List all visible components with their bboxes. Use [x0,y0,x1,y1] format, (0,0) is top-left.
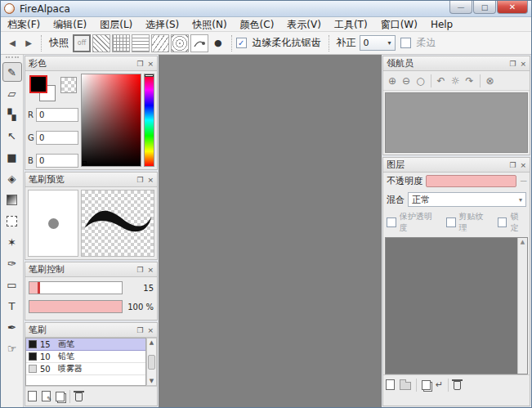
select-tool[interactable] [2,211,22,231]
soft-edge-checkbox[interactable] [400,38,411,48]
antialias-checkbox[interactable]: ✓ [236,38,247,48]
add-layer-button[interactable] [386,379,395,390]
red-input[interactable]: 0 [36,108,78,122]
scrollbar-thumb[interactable] [148,355,155,370]
float-panel-icon[interactable]: ❐ [509,161,516,169]
duplicate-layer-button[interactable] [422,380,431,390]
menu-layer[interactable]: 图层(L) [93,17,139,32]
text-tool[interactable]: T [2,296,22,316]
rotate-right-icon[interactable]: ↷ [465,75,473,87]
menu-color[interactable]: 颜色(C) [234,17,281,32]
gradient-tool[interactable] [2,190,22,209]
brush-size-slider[interactable] [29,281,123,294]
brush-item-airbrush[interactable]: 50 喷雾器 [26,363,145,375]
minimize-button[interactable]: — [449,1,472,14]
menu-edit[interactable]: 编辑(E) [47,17,93,32]
menu-help[interactable]: Help [424,17,459,32]
float-panel-icon[interactable]: ❐ [136,60,143,68]
navigator-preview[interactable] [385,92,528,153]
pen-tool[interactable]: ✎ [2,62,22,82]
bucket-tool[interactable]: ◈ [2,168,22,188]
correction-select[interactable]: 0 ▾ [360,35,396,51]
merge-layer-button[interactable]: ↵ [436,379,443,390]
brush-item-partial[interactable] [26,375,145,386]
scroll-up-icon[interactable]: ▲ [150,339,154,346]
move-tool[interactable]: ↖ [2,126,22,146]
snap-parallel-button[interactable] [92,34,110,52]
slider-thumb[interactable] [38,282,40,294]
delete-brush-button[interactable] [75,392,83,401]
brush-list-wrap: 15 画笔 10 铅笔 50 喷雾器 [25,338,157,386]
close-panel-icon[interactable]: × [147,266,154,274]
clipping-checkbox[interactable] [446,217,456,227]
brush-list-scrollbar[interactable]: ▲ ▼ [146,338,157,386]
opacity-slider[interactable] [426,175,516,187]
maximize-button[interactable]: □ [473,1,496,14]
close-button[interactable]: ✕ [497,1,528,14]
brush-item-pencil[interactable]: 10 铅笔 [26,351,145,363]
canvas-area[interactable] [159,55,382,407]
close-panel-icon[interactable]: × [520,161,526,169]
saturation-value-picker[interactable] [81,74,141,167]
brush-item-pen[interactable]: 15 画笔 [26,339,145,351]
eyedropper-tool[interactable]: ✒ [2,317,22,337]
rotate-left-icon[interactable]: ↶ [437,75,445,87]
lock-checkbox[interactable] [498,217,507,227]
float-panel-icon[interactable]: ❐ [136,176,143,184]
edit-brush-button[interactable]: ✎ [42,391,51,401]
menu-window[interactable]: 窗口(W) [374,17,424,32]
snap-point-icon[interactable]: ● [214,38,222,48]
menu-snapshot[interactable]: 快照(N) [186,17,233,32]
select-eraser-tool[interactable]: ▭ [2,275,22,294]
zoom-out-icon[interactable]: ⊖ [402,75,410,87]
redo-button[interactable]: ▶ [20,35,37,52]
undo-button[interactable]: ◀ [4,35,20,52]
snap-grid-button[interactable] [112,34,130,52]
snap-off-button[interactable]: off [73,34,91,52]
blend-mode-select[interactable]: 正常 ▾ [408,192,526,207]
close-panel-icon[interactable]: × [520,60,526,68]
layer-list-scrollbar[interactable]: ▲ [517,238,527,374]
blue-input[interactable]: 0 [36,154,78,168]
fill-tool[interactable]: ■ [2,147,22,167]
zoom-reset-icon[interactable]: ○ [416,75,424,87]
dot-tool[interactable]: ▚ [2,105,22,124]
protect-alpha-checkbox[interactable] [387,217,396,227]
transparent-color-swatch[interactable] [60,77,77,93]
brush-opacity-slider[interactable] [29,300,123,313]
layer-list[interactable]: ▲ [385,237,528,374]
float-panel-icon[interactable]: ❐ [509,60,516,68]
snap-vanishing-button[interactable] [151,34,169,52]
hue-cursor[interactable] [145,74,154,77]
snap-horizontal-button[interactable] [132,34,150,52]
toolstrip-grip[interactable] [6,56,19,60]
add-brush-button[interactable] [28,391,37,401]
hand-tool[interactable]: ☞ [2,339,22,358]
duplicate-brush-button[interactable] [56,392,65,401]
reset-rotation-icon[interactable]: ☼ [451,75,460,87]
magic-wand-tool[interactable]: ✶ [2,232,22,252]
menu-tool[interactable]: 工具(T) [328,17,374,32]
green-input[interactable]: 0 [36,131,78,145]
float-panel-icon[interactable]: ❐ [136,326,143,334]
scroll-down-icon[interactable]: ▼ [150,378,154,384]
eraser-tool[interactable]: ▱ [2,83,22,103]
zoom-in-icon[interactable]: ⊕ [388,75,396,87]
hue-slider[interactable] [144,74,154,167]
add-folder-button[interactable] [400,382,411,390]
sv-cursor[interactable] [83,161,87,165]
delete-layer-button[interactable] [454,381,461,390]
menu-file[interactable]: 档案(F) [1,17,47,32]
close-panel-icon[interactable]: × [147,60,154,68]
select-pen-tool[interactable]: ✑ [2,253,22,273]
menu-select[interactable]: 选择(S) [139,17,186,32]
menu-view[interactable]: 表示(V) [280,17,328,32]
close-panel-icon[interactable]: × [147,176,154,184]
snap-radial-button[interactable] [171,34,189,52]
close-panel-icon[interactable]: × [147,326,154,334]
float-panel-icon[interactable]: ❐ [136,266,143,274]
scroll-up-icon[interactable]: ▲ [521,239,525,245]
snap-curve-button[interactable] [190,34,208,52]
foreground-color-swatch[interactable] [29,75,47,93]
fit-window-icon[interactable]: ⊗ [486,75,494,87]
